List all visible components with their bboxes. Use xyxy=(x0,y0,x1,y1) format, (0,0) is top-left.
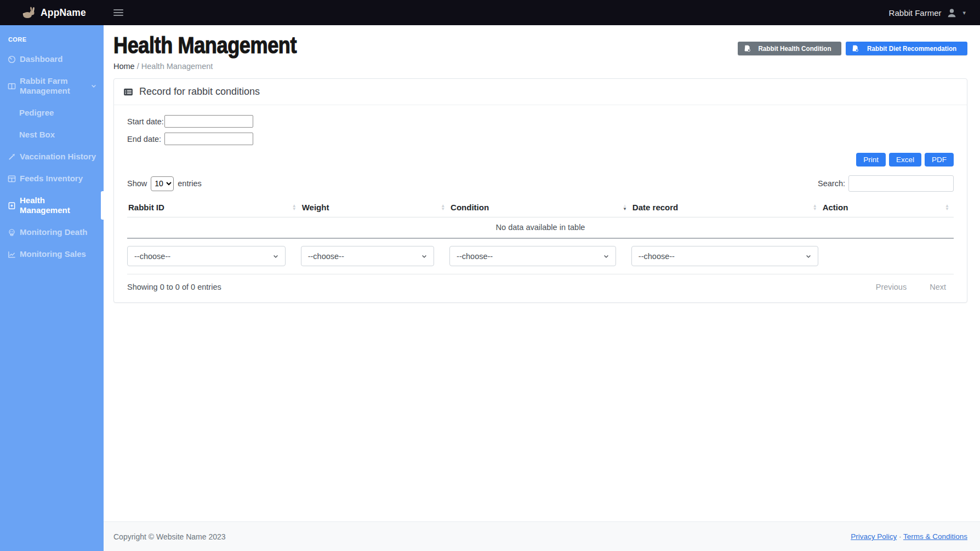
tachometer-icon xyxy=(8,55,16,64)
table-filter-row: --choose-- --choose-- xyxy=(127,238,954,274)
sidebar-item-pedigree[interactable]: Pedigree xyxy=(0,102,104,124)
condition-filter-select[interactable]: --choose-- xyxy=(449,246,616,266)
user-name: Rabbit Farmer xyxy=(889,8,942,18)
rabbit-health-condition-button[interactable]: Rabbit Health Condition xyxy=(738,42,841,55)
column-header-condition[interactable]: Condition ▲▼ xyxy=(449,198,631,217)
user-menu[interactable]: Rabbit Farmer ▾ xyxy=(889,8,966,18)
syringe-icon xyxy=(8,153,16,161)
sidebar-item-vaccination-history[interactable]: Vaccination History xyxy=(0,146,104,168)
empty-table-row: No data available in table xyxy=(127,217,954,239)
start-date-label: Start date: xyxy=(127,117,164,126)
sort-desc-icon: ▲▼ xyxy=(623,204,627,211)
app-brand: AppName xyxy=(0,7,104,19)
top-navbar: AppName Rabbit Farmer ▾ xyxy=(0,0,980,25)
breadcrumb-separator: / xyxy=(137,62,139,71)
sort-icon: ▲▼ xyxy=(292,204,297,211)
notes-medical-icon xyxy=(8,202,16,210)
excel-button[interactable]: Excel xyxy=(889,153,921,167)
search-input[interactable] xyxy=(848,175,954,192)
entries-length-select[interactable]: 10 xyxy=(151,176,174,191)
chevron-down-icon xyxy=(90,83,97,89)
footer-link-separator: · xyxy=(899,532,902,541)
sidebar-section-core: CORE xyxy=(0,32,104,48)
sidebar-item-monitoring-sales[interactable]: Monitoring Sales xyxy=(0,243,104,265)
chevron-down-icon xyxy=(421,253,428,260)
copyright-text: Copyright © Website Name 2023 xyxy=(113,532,226,541)
table-list-icon xyxy=(123,87,133,97)
sidebar-item-feeds-inventory[interactable]: Feeds Inventory xyxy=(0,168,104,190)
file-medical-icon xyxy=(744,45,751,52)
pdf-button[interactable]: PDF xyxy=(925,153,954,167)
start-date-input[interactable] xyxy=(164,115,253,128)
privacy-policy-link[interactable]: Privacy Policy xyxy=(851,532,897,541)
chart-line-icon xyxy=(8,250,16,259)
table-icon xyxy=(8,175,16,183)
records-table: Rabbit ID ▲▼ Weight ▲▼ Condition ▲▼ xyxy=(127,198,954,274)
search-label: Search: xyxy=(818,179,845,188)
sort-icon: ▲▼ xyxy=(813,204,817,211)
breadcrumb-current: Health Management xyxy=(141,62,213,71)
weight-filter-select[interactable]: --choose-- xyxy=(301,246,434,266)
breadcrumb-home-link[interactable]: Home xyxy=(113,62,135,71)
sidebar-item-monitoring-death[interactable]: Monitoring Death xyxy=(0,221,104,243)
file-medical-icon xyxy=(852,45,859,52)
record-card: Record for rabbit conditions Start date:… xyxy=(113,78,967,303)
breadcrumb: Home / Health Management xyxy=(113,62,332,71)
sidebar-item-health-management[interactable]: Health Management xyxy=(0,190,104,221)
print-button[interactable]: Print xyxy=(856,153,886,167)
page-footer: Copyright © Website Name 2023 Privacy Po… xyxy=(104,521,980,551)
chevron-down-icon xyxy=(272,253,279,260)
show-label: Show xyxy=(127,179,147,188)
app-name: AppName xyxy=(41,7,86,19)
sidebar-item-rabbit-farm-management[interactable]: Rabbit Farm Management xyxy=(0,70,104,102)
chevron-down-icon: ▾ xyxy=(962,9,966,16)
terms-conditions-link[interactable]: Terms & Conditions xyxy=(903,532,967,541)
skull-icon xyxy=(8,228,16,237)
end-date-label: End date: xyxy=(127,135,164,144)
next-page-button[interactable]: Next xyxy=(930,283,946,291)
column-header-weight[interactable]: Weight ▲▼ xyxy=(301,198,449,217)
rabbit-id-filter-select[interactable]: --choose-- xyxy=(127,246,286,266)
table-header-row: Rabbit ID ▲▼ Weight ▲▼ Condition ▲▼ xyxy=(127,198,954,217)
card-title: Record for rabbit conditions xyxy=(139,86,260,97)
chevron-down-icon xyxy=(603,253,609,260)
chevron-down-icon xyxy=(805,253,812,260)
entries-label: entries xyxy=(178,179,202,188)
sidebar-toggle-button[interactable] xyxy=(110,6,127,19)
previous-page-button[interactable]: Previous xyxy=(876,283,907,291)
sort-icon: ▲▼ xyxy=(441,204,445,211)
page-title: Health Management xyxy=(113,33,332,58)
rabbit-logo-icon xyxy=(22,7,36,19)
sidebar: CORE Dashboard Rabbit Farm Management xyxy=(0,25,104,551)
columns-icon xyxy=(8,82,16,90)
date-record-filter-select[interactable]: --choose-- xyxy=(631,246,818,266)
table-info: Showing 0 to 0 of 0 entries xyxy=(127,283,221,291)
column-header-date-record[interactable]: Date record ▲▼ xyxy=(631,198,822,217)
rabbit-diet-recommendation-button[interactable]: Rabbit Diet Recommendation xyxy=(846,42,967,55)
column-header-rabbit-id[interactable]: Rabbit ID ▲▼ xyxy=(127,198,301,217)
empty-table-message: No data available in table xyxy=(127,217,954,239)
end-date-input[interactable] xyxy=(164,133,253,145)
pagination: Previous Next xyxy=(876,283,954,291)
sidebar-item-dashboard[interactable]: Dashboard xyxy=(0,48,104,70)
sort-icon: ▲▼ xyxy=(945,204,949,211)
sidebar-item-nest-box[interactable]: Nest Box xyxy=(0,124,104,146)
column-header-action[interactable]: Action ▲▼ xyxy=(822,198,954,217)
user-icon xyxy=(947,8,957,18)
